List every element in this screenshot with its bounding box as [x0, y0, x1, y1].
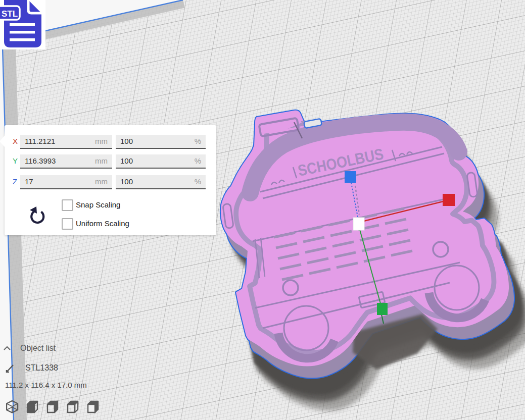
svg-text:STL: STL	[2, 9, 18, 19]
